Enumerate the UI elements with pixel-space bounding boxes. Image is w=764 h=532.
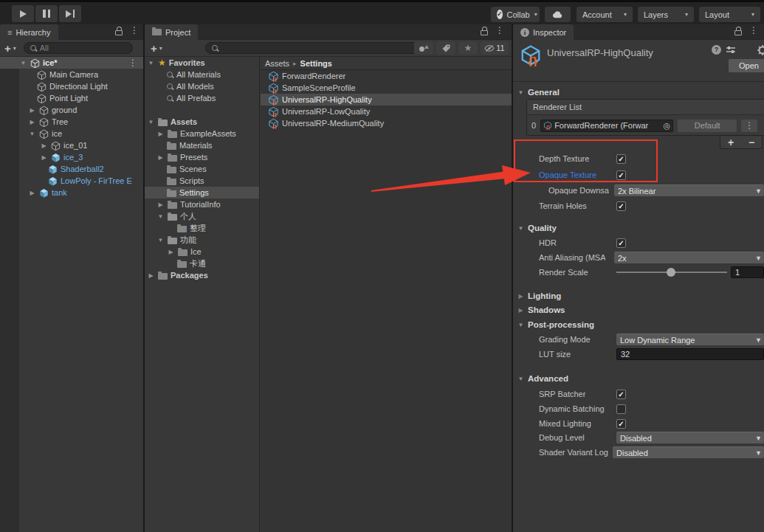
tree-row[interactable]: ▶ Ice [145, 246, 259, 258]
foldout-open-icon[interactable]: ▼ [147, 119, 155, 125]
foldout-closed-icon[interactable]: ▶ [156, 154, 165, 161]
tab-hierarchy[interactable]: ≡ Hierarchy [0, 24, 58, 40]
checkbox[interactable]: ✓ [616, 170, 626, 180]
hierarchy-search-input[interactable]: All [24, 42, 133, 54]
foldout-open-icon[interactable]: ▼ [28, 131, 36, 137]
search-by-type-button[interactable] [414, 41, 433, 55]
scene-row[interactable]: ▼ ice* ⋮ [0, 57, 143, 69]
foldout-open-icon[interactable]: ▼ [147, 60, 155, 66]
panel-menu-icon[interactable]: ⋮ [495, 27, 504, 34]
tree-row[interactable]: 卡通 [145, 258, 259, 269]
anti-aliasing-dropdown[interactable]: 2x ▼ [614, 252, 764, 263]
checkbox[interactable]: ✓ [616, 201, 626, 211]
tree-row[interactable]: ▼ Assets [145, 116, 259, 128]
object-picker-icon[interactable]: ◎ [664, 121, 671, 131]
checkbox[interactable]: ✓ [616, 419, 626, 429]
render-scale-slider[interactable] [616, 266, 727, 278]
add-item-button[interactable]: + [728, 137, 734, 148]
tree-row[interactable]: Scripts [145, 175, 259, 187]
renderer-object-field[interactable]: {} ForwardRenderer (Forwar ◎ [540, 120, 673, 132]
tree-row[interactable]: 整理 [145, 222, 259, 234]
open-button[interactable]: Open [729, 59, 764, 72]
foldout-closed-icon[interactable]: ▶ [167, 249, 175, 255]
foldout-open-icon[interactable]: ▼ [156, 237, 165, 243]
lock-icon[interactable] [479, 26, 488, 35]
section-shadows[interactable]: ▶ Shadows [513, 304, 764, 316]
tree-row[interactable]: All Models [145, 80, 259, 92]
tab-project[interactable]: Project [145, 24, 198, 40]
checkbox[interactable]: ✓ [616, 238, 626, 248]
create-button[interactable]: + [151, 42, 157, 55]
opaque-downsampling-dropdown[interactable]: 2x Bilinear ▼ [614, 184, 764, 196]
lock-icon[interactable] [733, 26, 742, 35]
hierarchy-row[interactable]: ▶ ice_3 [0, 151, 143, 163]
tree-row[interactable]: ▶ Presets [145, 151, 259, 163]
foldout-closed-icon[interactable]: ▶ [156, 131, 165, 137]
tree-row-settings[interactable]: Settings [145, 187, 259, 198]
file-row-selected[interactable]: {} UniversalRP-HighQuality [261, 94, 512, 106]
grading-mode-dropdown[interactable]: Low Dynamic Range ▼ [616, 334, 764, 345]
file-row[interactable]: {} UniversalRP-LowQuality [261, 106, 512, 117]
hidden-count-button[interactable]: 11 [481, 41, 509, 55]
project-search-input[interactable] [205, 42, 419, 54]
hierarchy-row[interactable]: ▶ ground [0, 104, 143, 116]
help-icon[interactable]: ? [712, 45, 721, 55]
checkbox[interactable] [616, 404, 626, 414]
foldout-closed-icon[interactable]: ▶ [28, 119, 36, 125]
hierarchy-row[interactable]: Point Light [0, 92, 143, 104]
breadcrumb-current[interactable]: Settings [300, 59, 332, 68]
tree-row[interactable]: Scenes [145, 163, 259, 175]
pause-button[interactable] [35, 5, 58, 22]
presets-icon[interactable] [726, 45, 736, 55]
create-caret-icon[interactable]: ▾ [13, 45, 16, 52]
section-lighting[interactable]: ▶ Lighting [513, 290, 764, 302]
hierarchy-row[interactable]: LowPoly - FirTree E [0, 175, 143, 187]
foldout-closed-icon[interactable]: ▶ [156, 201, 165, 208]
file-row[interactable]: {} SampleSceneProfile [261, 82, 512, 94]
hierarchy-row[interactable]: ▶ ice_01 [0, 139, 143, 151]
file-row[interactable]: {} ForwardRenderer [261, 70, 512, 82]
checkbox[interactable]: ✓ [616, 154, 626, 164]
prop-terrain-holes[interactable]: Terrain Holes ✓ [513, 200, 764, 212]
hierarchy-row[interactable]: ▶ Tree [0, 116, 143, 128]
renderer-row-menu-button[interactable]: ⋮ [741, 120, 757, 132]
hierarchy-row[interactable]: Shaderball2 [0, 163, 143, 175]
play-button[interactable] [12, 5, 34, 22]
tree-row[interactable]: All Materials [145, 69, 259, 80]
prop-dynamic-batching[interactable]: Dynamic Batching [513, 403, 764, 415]
tree-row[interactable]: ▼ ★ Favorites [145, 57, 259, 69]
prop-mixed-lighting[interactable]: Mixed Lighting ✓ [513, 418, 764, 429]
tab-inspector[interactable]: i Inspector [513, 24, 574, 40]
hierarchy-row[interactable]: Directional Light [0, 80, 143, 92]
panel-menu-icon[interactable]: ⋮ [130, 27, 139, 34]
section-post-processing[interactable]: ▼ Post-processing [513, 319, 764, 331]
search-by-label-button[interactable] [436, 41, 455, 55]
debug-level-dropdown[interactable]: Disabled ▼ [616, 432, 764, 443]
remove-item-button[interactable]: − [748, 137, 754, 148]
layout-dropdown[interactable]: Layout ▾ [699, 7, 760, 22]
foldout-closed-icon[interactable]: ▶ [28, 107, 36, 114]
cloud-button[interactable] [545, 7, 571, 22]
tree-row[interactable]: ▶ TutorialInfo [145, 198, 259, 210]
checkbox[interactable]: ✓ [616, 390, 626, 399]
tree-row[interactable]: ▼ 功能 [145, 234, 259, 246]
default-button[interactable]: Default [678, 120, 737, 132]
tree-row[interactable]: ▶ ExampleAssets [145, 128, 259, 139]
tree-row[interactable]: ▶ Packages [145, 269, 259, 281]
collab-dropdown[interactable]: ✓ Collab ▾ [491, 7, 540, 22]
foldout-open-icon[interactable]: ▼ [156, 213, 165, 220]
scene-menu-icon[interactable]: ⋮ [128, 59, 137, 66]
foldout-closed-icon[interactable]: ▶ [40, 142, 48, 149]
section-quality[interactable]: ▼ Quality [513, 222, 764, 234]
render-scale-field[interactable]: 1 [731, 266, 764, 278]
favorites-filter-button[interactable]: ★ [458, 41, 478, 55]
foldout-closed-icon[interactable]: ▶ [40, 154, 48, 161]
lut-size-field[interactable]: 32 [616, 348, 764, 360]
create-button[interactable]: + [4, 42, 11, 55]
prop-opaque-texture[interactable]: Opaque Texture ✓ [513, 169, 764, 181]
create-caret-icon[interactable]: ▾ [159, 45, 162, 52]
slider-thumb[interactable] [667, 268, 675, 277]
file-row[interactable]: {} UniversalRP-MediumQuality [261, 117, 512, 129]
prop-srp-batcher[interactable]: SRP Batcher ✓ [513, 388, 764, 400]
foldout-closed-icon[interactable]: ▶ [147, 272, 155, 279]
